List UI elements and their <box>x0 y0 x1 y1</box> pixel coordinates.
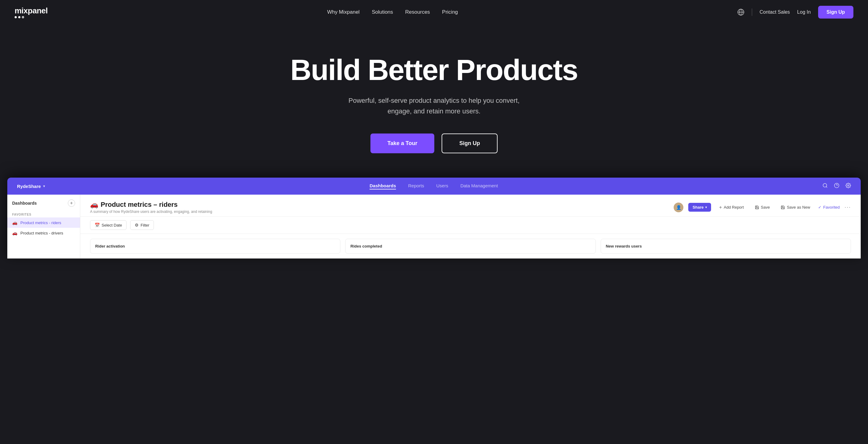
avatar: 👤 <box>674 202 683 212</box>
metrics-row: Rider activation Rides completed New rew… <box>80 234 861 258</box>
nav-resources[interactable]: Resources <box>405 9 430 15</box>
dashboard-emoji: 🚗 <box>90 201 98 209</box>
org-caret-icon: ▾ <box>43 184 45 188</box>
dashboard-main: 🚗 Product metrics – riders A summary of … <box>80 195 861 258</box>
hero-signup-button[interactable]: Sign Up <box>442 133 498 153</box>
filter-button[interactable]: ⚙ Filter <box>130 220 154 230</box>
dashboard-actions: 👤 Share ▾ + Add Report <box>674 202 851 212</box>
add-icon: + <box>719 205 722 210</box>
svg-line-4 <box>826 186 827 187</box>
topbar-icons <box>823 183 851 190</box>
nav-users[interactable]: Users <box>436 183 448 189</box>
nav-solutions[interactable]: Solutions <box>372 9 393 15</box>
logo-dot-2 <box>18 16 20 18</box>
dashboard-header: 🚗 Product metrics – riders A summary of … <box>80 195 861 217</box>
hero-cta: Take a Tour Sign Up <box>14 133 854 153</box>
dashboard-title: 🚗 Product metrics – riders <box>90 201 212 209</box>
sidebar-section-favorites: FAVORITES <box>7 211 80 217</box>
logo[interactable]: mixpanel <box>14 6 48 18</box>
logo-text: mixpanel <box>14 6 48 15</box>
dashboard-title-area: 🚗 Product metrics – riders A summary of … <box>90 201 212 214</box>
app-preview: RydeShare ▾ Dashboards Reports Users Dat… <box>7 178 861 258</box>
dashboard-toolbar: 📅 Select Date ⚙ Filter <box>80 217 861 234</box>
main-nav: mixpanel Why Mixpanel Solutions Resource… <box>0 0 868 24</box>
nav-pricing[interactable]: Pricing <box>442 9 458 15</box>
hero-title: Build Better Products <box>14 55 854 86</box>
hero-subtitle: Powerful, self-serve product analytics t… <box>343 95 525 117</box>
search-icon[interactable] <box>823 183 828 190</box>
metric-card-rider-activation: Rider activation <box>90 239 340 254</box>
riders-emoji: 🚗 <box>12 220 17 225</box>
sidebar: Dashboards + FAVORITES 🚗 Product metrics… <box>7 195 80 258</box>
help-icon[interactable] <box>834 183 839 190</box>
take-tour-button[interactable]: Take a Tour <box>370 133 434 153</box>
save-icon <box>755 205 759 210</box>
login-link[interactable]: Log In <box>797 9 810 15</box>
nav-data-management[interactable]: Data Management <box>461 183 498 189</box>
logo-dots <box>14 16 48 18</box>
contact-sales-link[interactable]: Contact Sales <box>760 9 790 15</box>
save-as-icon <box>781 205 785 210</box>
metric-title-rider-activation: Rider activation <box>95 244 335 249</box>
nav-why-mixpanel[interactable]: Why Mixpanel <box>327 9 360 15</box>
signup-button[interactable]: Sign Up <box>818 6 854 19</box>
favorited-button[interactable]: ✓ Favorited <box>818 205 840 210</box>
nav-right: Contact Sales Log In Sign Up <box>737 6 854 19</box>
filter-icon: ⚙ <box>135 223 139 227</box>
dashboard-subtitle: A summary of how RydeShare users are act… <box>90 210 212 214</box>
sidebar-title: Dashboards <box>12 201 37 205</box>
logo-dot-1 <box>14 16 17 18</box>
svg-point-7 <box>848 185 849 186</box>
app-nav: Dashboards Reports Users Data Management <box>370 183 498 189</box>
globe-icon[interactable] <box>737 8 745 16</box>
drivers-emoji: 🚗 <box>12 230 17 235</box>
logo-dot-3 <box>22 16 24 18</box>
metric-card-rides-completed: Rides completed <box>345 239 595 254</box>
sidebar-item-riders[interactable]: 🚗 Product metrics - riders <box>7 217 80 228</box>
add-dashboard-button[interactable]: + <box>68 199 75 207</box>
nav-dashboards[interactable]: Dashboards <box>370 183 396 189</box>
nav-divider <box>752 8 752 16</box>
svg-point-3 <box>823 183 827 187</box>
org-switcher[interactable]: RydeShare ▾ <box>17 184 45 189</box>
nav-reports[interactable]: Reports <box>408 183 424 189</box>
more-options-button[interactable]: ··· <box>845 204 851 211</box>
sidebar-item-drivers[interactable]: 🚗 Product metrics - drivers <box>7 228 80 238</box>
save-button[interactable]: Save <box>752 203 773 211</box>
save-as-new-button[interactable]: Save as New <box>778 203 813 211</box>
share-caret-icon: ▾ <box>705 205 707 209</box>
settings-icon[interactable] <box>845 183 851 190</box>
metric-title-rides-completed: Rides completed <box>350 244 590 249</box>
calendar-icon: 📅 <box>95 223 100 227</box>
sidebar-item-drivers-label: Product metrics - drivers <box>20 231 63 235</box>
metric-title-new-rewards: New rewards users <box>606 244 846 249</box>
app-content: Dashboards + FAVORITES 🚗 Product metrics… <box>7 195 861 258</box>
sidebar-item-riders-label: Product metrics - riders <box>20 220 61 225</box>
org-name: RydeShare <box>17 184 41 189</box>
hero-section: Build Better Products Powerful, self-ser… <box>0 24 868 178</box>
metric-card-new-rewards: New rewards users <box>601 239 851 254</box>
select-date-button[interactable]: 📅 Select Date <box>90 220 126 230</box>
share-button[interactable]: Share ▾ <box>688 203 711 212</box>
sidebar-header: Dashboards + <box>7 199 80 211</box>
add-report-button[interactable]: + Add Report <box>716 203 747 212</box>
nav-links: Why Mixpanel Solutions Resources Pricing <box>327 9 458 15</box>
app-topbar: RydeShare ▾ Dashboards Reports Users Dat… <box>7 178 861 195</box>
